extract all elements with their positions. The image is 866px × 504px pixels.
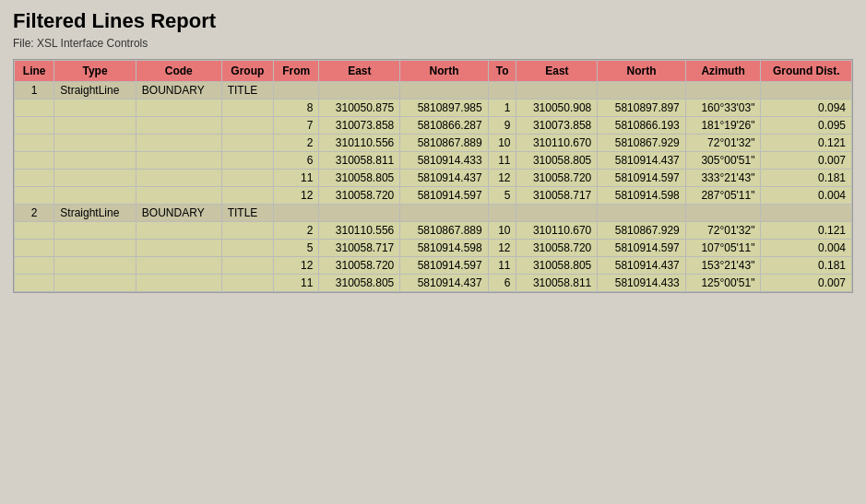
cell-dist: 0.094 bbox=[761, 100, 852, 117]
file-label: File: XSL Interface Controls bbox=[13, 37, 853, 50]
cell-north1: 5810914.597 bbox=[400, 257, 488, 275]
cell-dist: 0.004 bbox=[761, 187, 852, 205]
report-table-container: Line Type Code Group From East North To … bbox=[13, 59, 853, 293]
cell-azimuth: 160°33'03" bbox=[685, 100, 761, 117]
cell-azimuth: 125°00'51" bbox=[685, 275, 761, 292]
cell-north2: 5810914.598 bbox=[598, 187, 685, 205]
cell-to: 11 bbox=[488, 257, 516, 275]
cell-north2: 5810866.193 bbox=[598, 117, 685, 135]
cell-from: 6 bbox=[274, 152, 319, 170]
cell-to: 10 bbox=[488, 222, 516, 240]
cell-azimuth: 305°00'51" bbox=[685, 152, 761, 170]
cell-from: 11 bbox=[274, 275, 319, 292]
cell-dist: 0.095 bbox=[761, 117, 852, 135]
group-code: BOUNDARY bbox=[136, 205, 221, 222]
cell-north1: 5810914.437 bbox=[400, 170, 488, 187]
col-type: Type bbox=[54, 61, 136, 82]
cell-north1: 5810914.433 bbox=[400, 152, 488, 170]
report-table: Line Type Code Group From East North To … bbox=[14, 60, 852, 292]
table-row: 5 310058.717 5810914.598 12 310058.720 5… bbox=[15, 240, 852, 257]
cell-to: 11 bbox=[488, 152, 516, 170]
cell-to: 12 bbox=[488, 170, 516, 187]
cell-north1: 5810914.437 bbox=[400, 275, 488, 292]
cell-from: 5 bbox=[274, 240, 319, 257]
cell-from: 12 bbox=[274, 187, 319, 205]
cell-dist: 0.004 bbox=[761, 240, 852, 257]
group-header-row: 2 StraightLine BOUNDARY TITLE bbox=[15, 205, 852, 222]
cell-dist: 0.007 bbox=[761, 152, 852, 170]
group-group: TITLE bbox=[221, 82, 273, 100]
cell-to: 1 bbox=[488, 100, 516, 117]
cell-north1: 5810914.597 bbox=[400, 187, 488, 205]
cell-from: 8 bbox=[274, 100, 319, 117]
group-type: StraightLine bbox=[54, 205, 136, 222]
col-code: Code bbox=[136, 61, 221, 82]
group-type: StraightLine bbox=[54, 82, 136, 100]
table-row: 12 310058.720 5810914.597 11 310058.805 … bbox=[15, 257, 852, 275]
col-east1: East bbox=[319, 61, 400, 82]
cell-north2: 5810914.433 bbox=[598, 275, 685, 292]
cell-east2: 310073.858 bbox=[516, 117, 598, 135]
cell-azimuth: 181°19'26" bbox=[685, 117, 761, 135]
table-row: 2 310110.556 5810867.889 10 310110.670 5… bbox=[15, 222, 852, 240]
cell-dist: 0.181 bbox=[761, 170, 852, 187]
table-row: 2 310110.556 5810867.889 10 310110.670 5… bbox=[15, 135, 852, 152]
group-code: BOUNDARY bbox=[136, 82, 221, 100]
col-line: Line bbox=[15, 61, 54, 82]
cell-east1: 310058.720 bbox=[319, 257, 400, 275]
col-dist: Ground Dist. bbox=[761, 61, 852, 82]
col-group: Group bbox=[221, 61, 273, 82]
cell-to: 5 bbox=[488, 187, 516, 205]
table-row: 8 310050.875 5810897.985 1 310050.908 58… bbox=[15, 100, 852, 117]
cell-east1: 310050.875 bbox=[319, 100, 400, 117]
cell-east2: 310050.908 bbox=[516, 100, 598, 117]
cell-azimuth: 72°01'32" bbox=[685, 135, 761, 152]
cell-dist: 0.121 bbox=[761, 135, 852, 152]
cell-east1: 310110.556 bbox=[319, 135, 400, 152]
cell-north1: 5810914.598 bbox=[400, 240, 488, 257]
cell-east2: 310058.717 bbox=[516, 187, 598, 205]
table-row: 11 310058.805 5810914.437 12 310058.720 … bbox=[15, 170, 852, 187]
group-line: 2 bbox=[15, 205, 54, 222]
col-north2: North bbox=[598, 61, 685, 82]
cell-east1: 310058.805 bbox=[319, 170, 400, 187]
table-row: 12 310058.720 5810914.597 5 310058.717 5… bbox=[15, 187, 852, 205]
cell-from: 2 bbox=[274, 135, 319, 152]
cell-dist: 0.007 bbox=[761, 275, 852, 292]
col-to: To bbox=[488, 61, 516, 82]
group-group: TITLE bbox=[221, 205, 273, 222]
table-row: 7 310073.858 5810866.287 9 310073.858 58… bbox=[15, 117, 852, 135]
cell-north1: 5810866.287 bbox=[400, 117, 488, 135]
cell-azimuth: 72°01'32" bbox=[685, 222, 761, 240]
cell-north2: 5810914.437 bbox=[598, 152, 685, 170]
cell-from: 2 bbox=[274, 222, 319, 240]
col-north1: North bbox=[400, 61, 488, 82]
page-title: Filtered Lines Report bbox=[13, 9, 853, 33]
table-row: 6 310058.811 5810914.433 11 310058.805 5… bbox=[15, 152, 852, 170]
col-from: From bbox=[274, 61, 319, 82]
cell-from: 12 bbox=[274, 257, 319, 275]
cell-north2: 5810914.597 bbox=[598, 170, 685, 187]
cell-east1: 310073.858 bbox=[319, 117, 400, 135]
cell-east2: 310058.720 bbox=[516, 240, 598, 257]
cell-east2: 310058.805 bbox=[516, 257, 598, 275]
cell-from: 7 bbox=[274, 117, 319, 135]
cell-east1: 310058.805 bbox=[319, 275, 400, 292]
cell-to: 12 bbox=[488, 240, 516, 257]
cell-east1: 310058.720 bbox=[319, 187, 400, 205]
cell-east2: 310058.811 bbox=[516, 275, 598, 292]
cell-east2: 310058.805 bbox=[516, 152, 598, 170]
cell-north1: 5810897.985 bbox=[400, 100, 488, 117]
group-header-row: 1 StraightLine BOUNDARY TITLE bbox=[15, 82, 852, 100]
table-header-row: Line Type Code Group From East North To … bbox=[15, 61, 852, 82]
cell-to: 10 bbox=[488, 135, 516, 152]
cell-north2: 5810914.597 bbox=[598, 240, 685, 257]
table-row: 11 310058.805 5810914.437 6 310058.811 5… bbox=[15, 275, 852, 292]
col-east2: East bbox=[516, 61, 598, 82]
cell-dist: 0.121 bbox=[761, 222, 852, 240]
cell-dist: 0.181 bbox=[761, 257, 852, 275]
cell-from: 11 bbox=[274, 170, 319, 187]
cell-north2: 5810867.929 bbox=[598, 135, 685, 152]
cell-north2: 5810914.437 bbox=[598, 257, 685, 275]
cell-north1: 5810867.889 bbox=[400, 222, 488, 240]
